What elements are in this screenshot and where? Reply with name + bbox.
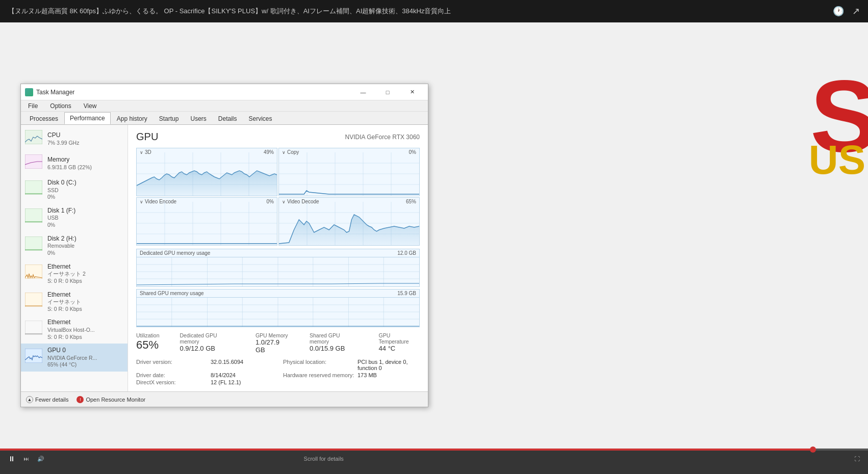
clock-icon[interactable]: 🕐: [833, 6, 844, 17]
chart-copy: Copy 0%: [278, 148, 420, 196]
charts-grid: 3D 49%: [136, 148, 420, 246]
tab-processes[interactable]: Processes: [24, 113, 64, 124]
gpu0-label: GPU 0: [47, 347, 97, 355]
disk1-label: Disk 1 (F:): [47, 207, 75, 215]
stats-row: Utilization 65% Dedicated GPU memory 0.9…: [136, 332, 420, 354]
fewer-details-button[interactable]: ▲ Fewer details: [26, 396, 68, 403]
task-manager-window: Task Manager — □ ✕ File Options View Pro…: [20, 84, 428, 407]
menu-options[interactable]: Options: [46, 101, 75, 111]
gpu-title: GPU: [136, 131, 158, 143]
top-bar: 【ヌルヌル超高画質 8K 60fps】ふゆから、くるる。 OP - Sacrif…: [0, 0, 868, 22]
cpu-graph-icon: [25, 130, 43, 148]
tab-users[interactable]: Users: [185, 113, 212, 124]
skip-button[interactable]: ⏭: [23, 456, 29, 462]
shared-gpu-memory-stat: Shared GPU memory 0.0/15.9 GB: [310, 332, 359, 354]
svg-rect-3: [25, 208, 42, 223]
sidebar-item-gpu0[interactable]: GPU 0 NVIDIA GeForce R... 65% (44 °C): [21, 344, 127, 372]
dedicated-memory-bar: Dedicated GPU memory usage 12.0 GB: [136, 249, 420, 287]
chart-video-decode: Video Decode 65%: [278, 197, 420, 246]
tab-startup[interactable]: Startup: [154, 113, 185, 124]
fullscreen-button[interactable]: ⛶: [854, 456, 860, 462]
gpu-memory-stat: GPU Memory 1.0/27.9 GB: [256, 332, 289, 354]
disk0-type: SSD: [47, 187, 76, 194]
sidebar-item-ethernet1[interactable]: Ethernet イーサネット 2 S: 0 R: 0 Kbps: [21, 260, 127, 288]
open-resource-monitor-button[interactable]: ! Open Resource Monitor: [76, 396, 145, 403]
disk2-label: Disk 2 (H:): [47, 235, 76, 243]
shared-memory-max: 15.9 GB: [397, 291, 416, 296]
sidebar-item-ethernet2[interactable]: Ethernet イーサネット S: 0 R: 0 Kbps: [21, 288, 127, 316]
sidebar-item-ethernet3[interactable]: Ethernet VirtualBox Host-O... S: 0 R: 0 …: [21, 315, 127, 344]
info-grid: Driver version: 32.0.15.6094 Physical lo…: [136, 359, 420, 385]
maximize-button[interactable]: □: [376, 85, 399, 99]
svg-rect-4: [25, 236, 42, 251]
hardware-reserved-key: Hardware reserved memory:: [283, 372, 354, 378]
utilization-label: Utilization: [136, 332, 160, 338]
shared-memory-section: Shared GPU memory usage 15.9 GB: [136, 289, 420, 327]
dedicated-gpu-memory-stat: Dedicated GPU memory 0.9/12.0 GB: [180, 332, 235, 354]
directx-val: 12 (FL 12.1): [211, 379, 241, 385]
tab-app-history[interactable]: App history: [111, 113, 153, 124]
cpu-label: CPU: [47, 131, 79, 140]
side-us-text: US: [809, 137, 865, 183]
menu-view[interactable]: View: [80, 101, 101, 111]
driver-version-val: 32.0.15.6094: [211, 359, 243, 371]
ethernet1-graph-icon: [25, 265, 43, 283]
ethernet2-name: イーサネット: [47, 299, 82, 306]
shared-gpu-label: Shared GPU memory: [310, 332, 359, 345]
tab-services[interactable]: Services: [243, 113, 278, 124]
play-button[interactable]: ⏸: [8, 455, 15, 463]
svg-rect-6: [25, 293, 42, 307]
gpu-model: NVIDIA GeForce RTX 3060: [345, 134, 420, 141]
ethernet2-stats: S: 0 R: 0 Kbps: [47, 306, 82, 313]
gpu-temp-value: 44 °C: [379, 345, 420, 352]
sidebar: CPU 7% 3.99 GHz Memory 6.9/31.8 GB (: [21, 125, 128, 391]
sidebar-item-cpu[interactable]: CPU 7% 3.99 GHz: [21, 127, 127, 151]
ethernet2-label: Ethernet: [47, 291, 82, 299]
side-decoration: S US: [802, 45, 868, 264]
video-progress-fill: [0, 449, 816, 451]
disk0-stats: 0%: [47, 194, 76, 201]
fewer-details-label: Fewer details: [35, 397, 68, 403]
ethernet3-label: Ethernet: [47, 319, 95, 327]
dedicated-memory-label: Dedicated GPU memory usage: [140, 250, 210, 256]
menu-file[interactable]: File: [24, 101, 42, 111]
share-icon[interactable]: ↗: [852, 6, 860, 17]
tab-details[interactable]: Details: [213, 113, 243, 124]
dedicated-memory-section: Dedicated GPU memory usage 12.0 GB: [136, 249, 420, 287]
svg-rect-8: [25, 349, 42, 363]
taskmanager-app-icon: [25, 88, 33, 96]
open-resource-monitor-label: Open Resource Monitor: [86, 397, 145, 403]
video-controls: ⏸ ⏭ 🔊 Scroll for details ⛶: [0, 449, 868, 474]
sidebar-item-disk0[interactable]: Disk 0 (C:) SSD 0%: [21, 176, 127, 204]
volume-icon[interactable]: 🔊: [37, 456, 44, 462]
driver-date-row: Driver date: 8/14/2024: [136, 372, 273, 378]
minimize-button[interactable]: —: [351, 85, 375, 99]
ethernet3-name: VirtualBox Host-O...: [47, 327, 95, 334]
close-button[interactable]: ✕: [400, 85, 424, 99]
gpu0-name: NVIDIA GeForce R...: [47, 355, 97, 362]
video-progress-thumb[interactable]: [810, 446, 816, 453]
cpu-stats: 7% 3.99 GHz: [47, 140, 79, 147]
disk1-stats: 0%: [47, 222, 75, 229]
chart-3d: 3D 49%: [136, 148, 277, 196]
video-progress-bar[interactable]: [0, 449, 868, 451]
menu-bar: File Options View: [21, 100, 428, 112]
physical-location-val: PCI bus 1, device 0, function 0: [358, 359, 420, 371]
utilization-value: 65%: [136, 338, 160, 352]
svg-marker-16: [137, 171, 277, 196]
gpu-temp-label: GPU Temperature: [379, 332, 420, 345]
sidebar-item-disk1[interactable]: Disk 1 (F:) USB 0%: [21, 204, 127, 232]
sidebar-item-memory[interactable]: Memory 6.9/31.8 GB (22%): [21, 151, 127, 176]
hardware-reserved-row: Hardware reserved memory: 173 MB: [283, 372, 420, 378]
tab-performance[interactable]: Performance: [64, 112, 111, 124]
disk1-graph-icon: [25, 208, 43, 227]
directx-key: DirectX version:: [136, 379, 208, 385]
driver-date-key: Driver date:: [136, 372, 208, 378]
dedicated-gpu-label: Dedicated GPU memory: [180, 332, 235, 345]
sidebar-item-disk2[interactable]: Disk 2 (H:) Removable 0%: [21, 232, 127, 260]
driver-date-val: 8/14/2024: [211, 372, 236, 378]
ethernet3-graph-icon: [25, 321, 43, 339]
video-title: 【ヌルヌル超高画質 8K 60fps】ふゆから、くるる。 OP - Sacrif…: [8, 7, 833, 16]
gpu0-graph-icon: [25, 349, 43, 367]
memory-graph-icon: [25, 154, 43, 173]
